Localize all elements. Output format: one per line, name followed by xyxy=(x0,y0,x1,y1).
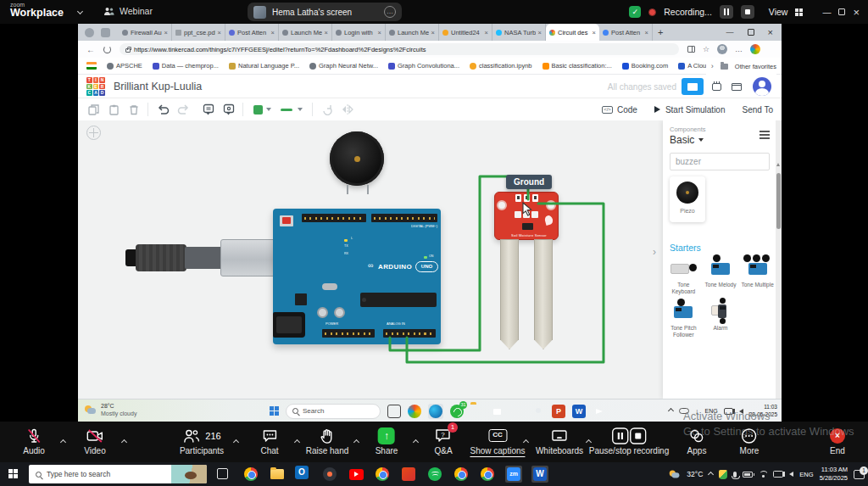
browser-tab[interactable]: ppt_cse.pdf× xyxy=(172,24,225,41)
browser-tab[interactable]: Post Atten× xyxy=(225,24,279,41)
start-button[interactable] xyxy=(270,406,279,416)
wire-style-swatch[interactable] xyxy=(280,103,293,116)
video-options-chevron[interactable] xyxy=(122,433,126,448)
toggle-notes-icon[interactable] xyxy=(222,103,236,116)
bookmark[interactable]: classification.ipynb xyxy=(470,62,532,70)
copilot-icon[interactable] xyxy=(750,44,760,54)
chat-options-chevron[interactable] xyxy=(295,433,299,448)
tab-close-icon[interactable]: × xyxy=(645,29,648,36)
favorite-star-icon[interactable]: ☆ xyxy=(703,45,709,53)
bookmark[interactable]: Graph Neural Netw... xyxy=(309,62,378,70)
taskbar-temperature[interactable]: 32°C xyxy=(687,470,703,478)
browser-minimize-button[interactable]: — xyxy=(726,28,734,36)
chrome-profile-icon[interactable] xyxy=(374,466,391,483)
qa-button[interactable]: ? 1 Q&A xyxy=(434,427,453,455)
tab-close-icon[interactable]: × xyxy=(593,29,596,36)
show-captions-button[interactable]: CC Show captions xyxy=(470,427,525,457)
mirror-icon[interactable] xyxy=(341,103,354,116)
starter-tone-keyboard[interactable]: Tone Keyboard xyxy=(666,254,701,295)
orange-app-icon[interactable] xyxy=(511,405,525,418)
tab-close-icon[interactable]: × xyxy=(325,29,328,36)
word-icon[interactable]: W xyxy=(572,405,586,418)
spotify-icon[interactable] xyxy=(426,466,443,483)
components-search-input[interactable] xyxy=(670,153,770,170)
audio-button[interactable]: Audio xyxy=(23,427,45,455)
stop-recording-button[interactable] xyxy=(741,5,754,19)
captions-options-chevron[interactable] xyxy=(524,433,528,448)
scroll-up-icon[interactable] xyxy=(776,163,780,166)
edge-app-active[interactable] xyxy=(428,404,443,419)
paste-icon[interactable] xyxy=(107,103,120,116)
file-explorer-icon[interactable] xyxy=(470,405,484,418)
taskbar-search[interactable]: Search xyxy=(286,404,381,419)
component-list-button[interactable] xyxy=(726,78,748,95)
tab-actions-icon[interactable] xyxy=(101,28,110,37)
starter-alarm[interactable]: Alarm xyxy=(704,298,738,338)
workspace-chevron-icon[interactable] xyxy=(77,8,83,14)
mic-tray-icon[interactable] xyxy=(733,472,737,478)
tray-overflow-icon[interactable] xyxy=(708,471,714,477)
tab-close-icon[interactable]: × xyxy=(431,29,435,36)
bookmark[interactable]: Graph Convolutiona... xyxy=(388,62,459,70)
browser-tab[interactable]: Post Atten× xyxy=(599,24,653,41)
raise-hand-options-chevron[interactable] xyxy=(354,433,359,448)
workspaces-icon[interactable] xyxy=(85,28,94,37)
youtube-icon[interactable] xyxy=(348,466,364,483)
bookmark[interactable]: APSCHE xyxy=(107,62,142,70)
tray-overflow-icon[interactable] xyxy=(668,408,674,414)
bookmark[interactable]: Natural Language P... xyxy=(229,62,299,70)
wire-style-dropdown[interactable] xyxy=(297,103,303,116)
zoom-app-icon[interactable]: zm xyxy=(505,466,522,483)
redo-icon[interactable] xyxy=(176,103,190,116)
chrome-icon[interactable] xyxy=(242,466,259,483)
wire-color-dropdown[interactable] xyxy=(265,103,272,116)
office-icon[interactable] xyxy=(400,466,417,483)
browser-tab[interactable]: Login with× xyxy=(332,24,386,41)
share-button[interactable]: ↑ Share xyxy=(376,427,398,455)
user-avatar[interactable] xyxy=(753,77,771,96)
browser-tab[interactable]: Launch Me× xyxy=(279,24,332,41)
speaker-icon[interactable] xyxy=(789,472,793,477)
file-explorer-icon[interactable] xyxy=(269,466,286,483)
battery-icon[interactable] xyxy=(743,472,753,478)
dark-app-icon[interactable] xyxy=(321,466,338,483)
pause-stop-recording-button[interactable]: Pause/stop recording xyxy=(589,427,670,455)
microsoft-store-icon[interactable] xyxy=(491,405,504,418)
send-to-button[interactable]: Send To xyxy=(742,105,773,115)
close-button[interactable]: × xyxy=(853,6,860,19)
bookmarks-overflow-icon[interactable]: › xyxy=(711,62,714,70)
video-button[interactable]: Video xyxy=(84,427,105,455)
tab-close-icon[interactable]: × xyxy=(485,29,488,36)
scrollbar-thumb[interactable] xyxy=(776,173,781,229)
browser-profile-avatar[interactable] xyxy=(717,44,727,54)
design-title[interactable]: Brilliant Kup-Luulia xyxy=(114,81,202,92)
copy-icon[interactable] xyxy=(86,103,100,116)
whatsapp-icon[interactable]: 31 xyxy=(450,405,464,418)
component-result-piezo[interactable]: Piezo xyxy=(670,176,705,222)
tab-close-icon[interactable]: × xyxy=(164,29,168,36)
pause-recording-button[interactable] xyxy=(720,5,733,19)
chrome-profile-icon[interactable] xyxy=(479,466,496,483)
search-highlight-image[interactable] xyxy=(171,465,207,483)
bookmark[interactable]: Basic classification:... xyxy=(542,62,612,70)
bookmark[interactable]: Data — chemprop... xyxy=(153,62,219,70)
tab-close-icon[interactable]: × xyxy=(538,29,542,36)
rotate-icon[interactable] xyxy=(320,103,334,116)
starter-tone-pitch-follower[interactable]: Tone Pitch Follower xyxy=(666,298,701,338)
breadboard-view-button[interactable] xyxy=(682,78,704,95)
split-screen-icon[interactable] xyxy=(687,46,695,53)
weather-widget[interactable]: 28°CMostly cloudy xyxy=(85,402,136,417)
url-field[interactable]: https://www.tinkercad.com/things/c7iYFFG… xyxy=(120,43,679,55)
word-app-icon[interactable]: W xyxy=(531,466,548,483)
telegram-icon[interactable] xyxy=(593,405,606,418)
powerpoint-icon[interactable]: P xyxy=(552,405,565,418)
share-options-chevron[interactable] xyxy=(414,433,418,448)
components-category-dropdown[interactable]: Basic xyxy=(670,134,775,146)
participants-button[interactable]: 216 Participants xyxy=(180,427,224,455)
schematic-view-button[interactable] xyxy=(705,78,727,95)
browser-restore-button[interactable] xyxy=(748,29,754,36)
other-favorites[interactable]: Other favorites xyxy=(735,63,776,70)
tab-close-icon[interactable]: × xyxy=(271,29,275,36)
starter-tone-multiple[interactable]: Tone Multiple xyxy=(740,254,775,295)
taskbar-search[interactable]: Type here to search xyxy=(29,465,207,483)
